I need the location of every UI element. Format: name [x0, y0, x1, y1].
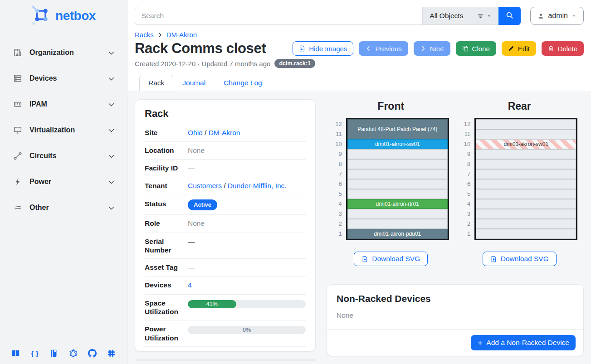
- rack-empty-slot-u2[interactable]: [476, 219, 576, 229]
- detail-link[interactable]: 4: [188, 281, 192, 289]
- brand-wordmark: netbox: [55, 9, 96, 23]
- hide-images-button[interactable]: Hide Images: [293, 41, 353, 56]
- previous-button[interactable]: Previous: [359, 41, 408, 56]
- unit-number: 10: [461, 139, 470, 149]
- unit-number: 4: [461, 199, 470, 209]
- rack-device-panduit-48-port-patch-panel-74-[interactable]: Panduit 48-Port Patch Panel (74): [347, 119, 448, 139]
- unit-number: 10: [333, 139, 342, 149]
- detail-row-devices: Devices 4: [145, 277, 306, 294]
- detail-row-role: Role None: [145, 215, 306, 233]
- page-meta: Created 2020-12-20 · Updated 7 months ag…: [135, 60, 270, 68]
- rack-empty-slot-u1[interactable]: [476, 229, 576, 239]
- rack-empty-slot-u4[interactable]: [476, 199, 576, 209]
- rear-rack-elevation: dmi01-akron-sw01: [474, 118, 577, 240]
- sidebar-item-other[interactable]: Other: [0, 199, 127, 217]
- front-download-svg-button[interactable]: Download SVG: [354, 252, 428, 266]
- sidebar-item-virtualization[interactable]: Virtualization: [0, 121, 127, 139]
- rack-empty-slot-u3[interactable]: [476, 209, 576, 219]
- rack-empty-slot-u8[interactable]: [476, 159, 576, 169]
- search-filter-button[interactable]: [470, 7, 498, 25]
- file-download-icon: [361, 256, 368, 262]
- next-button[interactable]: Next: [414, 41, 450, 56]
- chevron-down-icon: [107, 204, 115, 212]
- detail-link[interactable]: Dunder-Mifflin, Inc.: [228, 182, 287, 189]
- breadcrumb-link[interactable]: DM-Akron: [166, 31, 197, 39]
- search-input[interactable]: [135, 7, 422, 25]
- sidebar-item-label: Other: [29, 204, 49, 212]
- tab-change-log[interactable]: Change Log: [215, 75, 271, 91]
- filter-icon: [477, 13, 484, 19]
- sidebar-item-power[interactable]: Power: [0, 173, 127, 191]
- rack-empty-slot-u6[interactable]: [476, 179, 576, 189]
- right-column: Front 121110987654321 Panduit 48-Port Pa…: [327, 99, 584, 356]
- search-scope-button[interactable]: All Objects: [422, 7, 470, 25]
- rack-empty-slot-u11[interactable]: [476, 129, 576, 139]
- rack-empty-slot-u2[interactable]: [347, 219, 448, 229]
- sidebar-item-organization[interactable]: Organization: [0, 44, 127, 62]
- unit-number: 7: [461, 169, 470, 179]
- rack-device-dmi01-akron-pdu01[interactable]: dmi01-akron-pdu01: [347, 229, 448, 239]
- detail-row-status: Status Active: [145, 195, 306, 215]
- unit-number: 1: [461, 229, 470, 239]
- book-icon[interactable]: [11, 349, 20, 358]
- rack-device-dmi01-akron-sw01[interactable]: dmi01-akron-sw01: [476, 139, 576, 149]
- chevron-down-icon: [107, 49, 115, 57]
- rack-empty-slot-u7[interactable]: [347, 169, 448, 179]
- journal-icon[interactable]: [49, 349, 58, 358]
- detail-row-asset-tag: Asset Tag —: [145, 259, 306, 277]
- non-racked-devices-panel: Non-Racked Devices None Add a Non-Racked…: [327, 284, 584, 356]
- detail-link[interactable]: Ohio: [188, 129, 203, 136]
- github-icon[interactable]: [88, 349, 97, 358]
- search-scope-label: All Objects: [430, 12, 463, 20]
- page-actions: Hide ImagesPreviousNextCloneEditDelete: [293, 41, 584, 56]
- menu-icon: [14, 204, 22, 212]
- sidebar-item-label: Virtualization: [29, 126, 75, 134]
- sidebar-item-circuits[interactable]: Circuits: [0, 147, 127, 165]
- rack-empty-slot-u12[interactable]: [476, 119, 576, 129]
- image-file-icon: [299, 45, 305, 52]
- sidebar-item-label: Organization: [29, 49, 74, 57]
- graphql-icon[interactable]: [69, 349, 78, 358]
- chevron-down-icon: [107, 126, 115, 134]
- rack-empty-slot-u3[interactable]: [347, 209, 448, 219]
- unit-number: 3: [461, 209, 470, 219]
- add-non-racked-device-button[interactable]: Add a Non-Racked Device: [471, 335, 576, 350]
- clone-button[interactable]: Clone: [456, 41, 496, 56]
- page-header: RacksDM-Akron Rack Comms closet Hide Ima…: [127, 25, 591, 91]
- delete-button[interactable]: Delete: [542, 41, 584, 56]
- chevron-down-icon: [107, 152, 115, 160]
- netbox-logo[interactable]: netbox: [0, 0, 127, 29]
- tab-journal[interactable]: Journal: [173, 75, 215, 91]
- tab-rack[interactable]: Rack: [139, 75, 173, 91]
- sidebar-item-label: Power: [29, 178, 51, 186]
- sidebar-item-ipam[interactable]: IPAM: [0, 95, 127, 113]
- rack-empty-slot-u5[interactable]: [476, 189, 576, 199]
- sidebar-item-devices[interactable]: Devices: [0, 69, 127, 87]
- detail-link[interactable]: DM-Akron: [209, 129, 240, 136]
- rack-device-dmi01-akron-sw01[interactable]: dmi01-akron-sw01: [347, 139, 448, 149]
- non-racked-title: Non-Racked Devices: [337, 293, 574, 304]
- edit-button[interactable]: Edit: [502, 41, 536, 56]
- rear-elevation: Rear 121110987654321 dmi01-akron-sw01 Do…: [455, 99, 584, 266]
- user-menu-button[interactable]: admin: [530, 7, 584, 25]
- slack-icon[interactable]: [107, 349, 116, 358]
- rear-download-svg-button[interactable]: Download SVG: [483, 252, 557, 266]
- unit-number: 6: [333, 179, 342, 189]
- detail-link[interactable]: Customers: [188, 182, 222, 189]
- rack-empty-slot-u9[interactable]: [476, 149, 576, 159]
- rack-empty-slot-u6[interactable]: [347, 179, 448, 189]
- chevron-left-icon: [365, 45, 371, 52]
- unit-number: 2: [461, 219, 470, 229]
- rack-empty-slot-u8[interactable]: [347, 159, 448, 169]
- sidebar-item-label: Circuits: [29, 152, 57, 160]
- braces-icon[interactable]: { }: [30, 349, 39, 358]
- search-submit-button[interactable]: [498, 7, 521, 25]
- rack-device-dmi01-akron-rtr01[interactable]: dmi01-akron-rtr01: [347, 199, 448, 209]
- unit-number: 1: [333, 229, 342, 239]
- file-download-icon: [490, 256, 497, 262]
- rack-empty-slot-u7[interactable]: [476, 169, 576, 179]
- page-content: Rack Site Ohio / DM-AkronLocation NoneFa…: [127, 91, 591, 364]
- rack-empty-slot-u5[interactable]: [347, 189, 448, 199]
- rack-empty-slot-u9[interactable]: [347, 149, 448, 159]
- breadcrumb-link[interactable]: Racks: [135, 31, 154, 39]
